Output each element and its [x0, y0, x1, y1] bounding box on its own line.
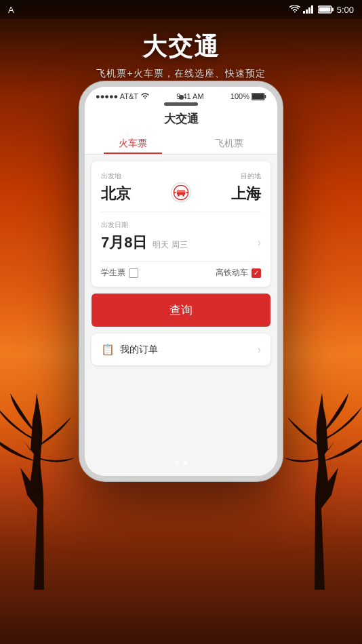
phone-app-header: 大交通 火车票 飞机票 — [85, 106, 277, 155]
system-status-bar: A 5:00 — [0, 0, 362, 19]
status-bar-right: 5:00 — [289, 5, 354, 15]
phone-battery-text: 100% — [230, 92, 249, 100]
wifi-icon — [289, 5, 300, 14]
student-ticket-option[interactable]: 学生票 — [101, 267, 138, 279]
app-header: 大交通 飞机票+火车票，在线选座、快速预定 — [0, 31, 362, 80]
svg-rect-1 — [306, 9, 308, 14]
to-label: 目的地 — [199, 172, 261, 181]
orders-icon: 📋 — [101, 343, 115, 356]
phone-carrier: ●●●●● AT&T — [96, 92, 138, 100]
from-label: 出发地 — [101, 172, 163, 181]
page-indicator — [85, 461, 277, 465]
phone-signal: ●●●●● AT&T — [96, 92, 150, 100]
tab-flight[interactable]: 飞机票 — [181, 132, 277, 154]
svg-rect-2 — [308, 7, 310, 14]
to-city: 上海 — [199, 184, 261, 204]
orders-arrow-icon: › — [258, 344, 261, 356]
svg-rect-6 — [319, 7, 330, 12]
signal-icon — [303, 5, 315, 14]
date-label: 出发日期 — [101, 220, 261, 230]
phone-speaker — [164, 102, 198, 106]
dot-2 — [183, 461, 187, 465]
search-card: 出发地 北京 — [92, 161, 270, 287]
phone-app-name: 大交通 — [85, 111, 277, 127]
svg-rect-0 — [303, 11, 305, 14]
svg-rect-5 — [331, 8, 334, 12]
phone-battery-area: 100% — [230, 92, 266, 100]
status-bar-left: A — [8, 5, 14, 15]
app-subtitle: 飞机票+火车票，在线选座、快速预定 — [0, 68, 362, 80]
date-desc: 明天 周三 — [153, 239, 187, 251]
tab-train[interactable]: 火车票 — [85, 132, 181, 154]
svg-point-14 — [182, 195, 184, 197]
tab-bar: 火车票 飞机票 — [85, 132, 277, 154]
phone-wifi-icon — [140, 93, 150, 100]
date-row[interactable]: 出发日期 7月8日 明天 周三 › — [92, 212, 270, 261]
phone-screen: ●●●●● AT&T 9:41 AM 100% — [85, 87, 277, 476]
app-title: 大交通 — [0, 31, 362, 64]
from-city: 北京 — [101, 184, 163, 204]
student-ticket-checkbox[interactable] — [129, 268, 138, 278]
highspeed-option[interactable]: 高铁动车 ✓ — [216, 267, 261, 279]
battery-icon — [318, 5, 334, 14]
phone-device: ●●●●● AT&T 9:41 AM 100% — [79, 81, 283, 481]
orders-label: 我的订单 — [120, 344, 158, 356]
system-indicator: A — [8, 5, 14, 15]
svg-rect-15 — [177, 190, 185, 193]
orders-left: 📋 我的订单 — [101, 343, 158, 356]
from-field[interactable]: 出发地 北京 — [101, 172, 163, 204]
date-left: 7月8日 明天 周三 — [101, 233, 188, 253]
phone-camera — [179, 95, 184, 100]
phone-mockup: ●●●●● AT&T 9:41 AM 100% — [79, 81, 283, 481]
swap-icon — [170, 182, 192, 203]
svg-rect-9 — [252, 94, 264, 99]
options-row: 学生票 高铁动车 ✓ — [92, 262, 270, 287]
route-row: 出发地 北京 — [92, 161, 270, 212]
date-arrow-icon: › — [258, 237, 261, 249]
highspeed-label: 高铁动车 — [216, 267, 248, 279]
to-field[interactable]: 目的地 上海 — [199, 172, 261, 204]
swap-button[interactable] — [169, 180, 193, 205]
svg-rect-3 — [311, 5, 313, 14]
svg-point-13 — [178, 195, 180, 197]
search-button[interactable]: 查询 — [92, 294, 270, 327]
highspeed-checkbox[interactable]: ✓ — [252, 268, 261, 278]
orders-card[interactable]: 📋 我的订单 › — [92, 334, 270, 365]
phone-top-bar — [164, 95, 198, 106]
phone-content: 出发地 北京 — [85, 155, 277, 372]
svg-rect-8 — [264, 95, 266, 98]
dot-1 — [175, 461, 179, 465]
system-time: 5:00 — [337, 5, 354, 15]
date-main: 7月8日 明天 周三 › — [101, 233, 261, 253]
date-value: 7月8日 — [101, 233, 147, 253]
student-ticket-label: 学生票 — [101, 267, 125, 279]
phone-battery-icon — [252, 93, 266, 100]
